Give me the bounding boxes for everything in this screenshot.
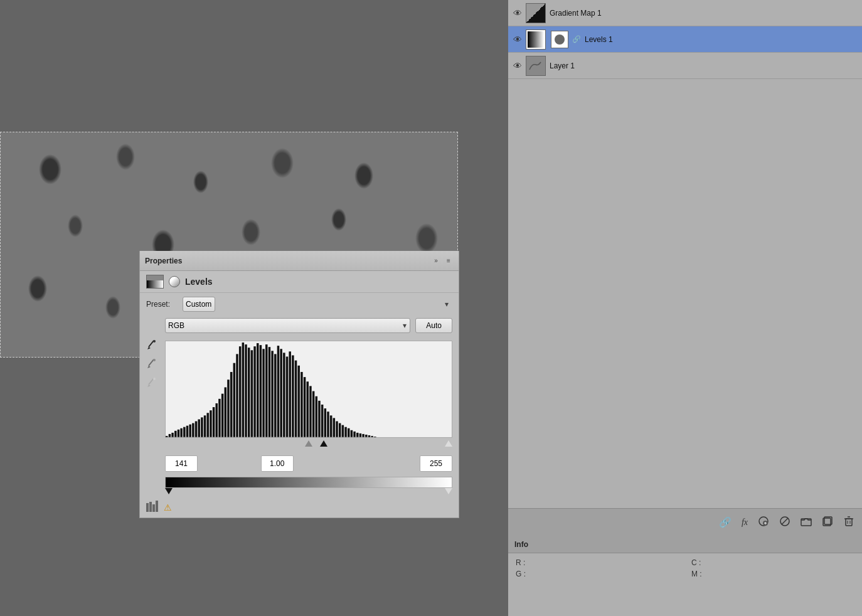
properties-title: Properties: [145, 257, 428, 265]
svg-rect-31: [230, 372, 233, 437]
svg-point-5: [153, 359, 156, 361]
output-gradient-bar: [165, 477, 452, 488]
white-input-slider[interactable]: [445, 440, 452, 447]
black-level-input[interactable]: 141: [165, 455, 198, 472]
svg-rect-21: [201, 417, 203, 437]
eyedropper-tools: [145, 336, 159, 390]
svg-rect-53: [295, 361, 297, 437]
layer-chain-icon: 🔗: [572, 35, 581, 43]
properties-panel: Properties » ≡ Levels Preset: Custom RGB…: [139, 251, 459, 518]
svg-rect-17: [189, 425, 191, 437]
new-layer-icon[interactable]: [822, 516, 833, 529]
properties-header: Properties » ≡: [140, 251, 459, 271]
histogram-svg: [166, 341, 452, 437]
layers-panel: 👁 Gradient Map 1 👁 🔗 Levels 1 👁 Layer 1: [508, 0, 862, 533]
svg-rect-47: [277, 346, 280, 437]
svg-rect-60: [316, 396, 318, 437]
layer-item-levels[interactable]: 👁 🔗 Levels 1: [508, 26, 862, 53]
svg-rect-41: [260, 345, 262, 437]
bottom-row: ⚠: [140, 497, 459, 518]
svg-rect-51: [289, 351, 291, 437]
svg-rect-40: [257, 343, 259, 437]
m-label: M :: [691, 570, 854, 578]
levels-histogram-icon: [146, 275, 164, 289]
channel-select[interactable]: RGB: [165, 318, 410, 333]
black-input-slider[interactable]: [320, 440, 327, 447]
svg-rect-11: [171, 433, 174, 437]
svg-rect-15: [183, 427, 186, 437]
histogram-area: [165, 341, 452, 438]
output-white-slider[interactable]: [445, 488, 452, 494]
link-icon[interactable]: 🔗: [719, 516, 732, 528]
forward-btn[interactable]: »: [431, 256, 441, 266]
layer-name-levels: Levels 1: [585, 35, 857, 44]
slider-track: [165, 440, 452, 447]
levels-bar: Levels: [140, 271, 459, 293]
layer-item-gradient-map[interactable]: 👁 Gradient Map 1: [508, 0, 862, 26]
info-panel: Info R : C : G : M :: [508, 536, 862, 616]
new-fill-layer-icon[interactable]: [758, 516, 769, 529]
white-point-eyedropper[interactable]: [145, 376, 159, 390]
svg-point-110: [555, 35, 565, 45]
auto-button[interactable]: Auto: [415, 318, 452, 333]
svg-rect-84: [152, 504, 155, 512]
svg-rect-13: [178, 430, 180, 437]
preset-select-wrapper: Custom: [183, 297, 452, 312]
svg-rect-46: [274, 354, 277, 437]
channel-row: RGB Auto: [140, 316, 459, 336]
svg-rect-29: [225, 387, 227, 437]
svg-rect-35: [242, 343, 245, 437]
gray-point-eyedropper[interactable]: [145, 357, 159, 371]
svg-rect-64: [327, 412, 329, 437]
svg-rect-42: [262, 349, 265, 437]
svg-rect-111: [527, 57, 545, 75]
g-label: G :: [516, 570, 679, 578]
fx-icon[interactable]: fx: [742, 518, 748, 528]
svg-rect-52: [292, 355, 294, 437]
histogram-section: [140, 336, 459, 453]
preset-row: Preset: Custom: [140, 293, 459, 316]
svg-rect-74: [356, 433, 359, 437]
svg-rect-55: [301, 372, 303, 437]
layer-thumbnail-levels: [526, 29, 546, 50]
layer-visibility-icon-layer1[interactable]: 👁: [513, 61, 522, 71]
svg-rect-20: [198, 419, 200, 437]
svg-rect-54: [297, 366, 300, 437]
new-group-icon[interactable]: [801, 516, 812, 529]
svg-rect-34: [239, 346, 242, 437]
delete-layer-icon[interactable]: [843, 516, 854, 529]
svg-point-8: [153, 378, 156, 380]
svg-rect-70: [344, 427, 347, 437]
output-black-slider[interactable]: [165, 488, 173, 494]
layer-visibility-icon-levels[interactable]: 👁: [513, 35, 522, 45]
white-level-input[interactable]: 255: [420, 455, 452, 472]
svg-rect-71: [348, 428, 350, 437]
preset-select[interactable]: Custom: [183, 297, 215, 312]
svg-rect-45: [271, 351, 274, 437]
midpoint-input-slider[interactable]: [305, 440, 312, 447]
layer-mask-thumbnail: [551, 31, 568, 48]
midpoint-level-input[interactable]: 1.00: [261, 455, 294, 472]
svg-rect-36: [245, 344, 247, 437]
layer-item-layer1[interactable]: 👁 Layer 1: [508, 53, 862, 79]
layer-thumbnail-layer1: [526, 56, 546, 76]
svg-rect-18: [192, 423, 194, 437]
output-slider-row: [165, 488, 452, 497]
svg-rect-23: [206, 413, 209, 437]
svg-rect-38: [251, 350, 253, 437]
no-icon[interactable]: [779, 516, 790, 529]
black-point-eyedropper[interactable]: [145, 338, 159, 352]
svg-rect-16: [186, 426, 189, 437]
svg-point-2: [153, 340, 156, 343]
svg-rect-82: [146, 503, 149, 512]
svg-line-6: [149, 378, 154, 385]
channel-select-wrapper: RGB: [165, 318, 410, 333]
menu-btn[interactable]: ≡: [444, 256, 454, 266]
levels-label: Levels: [185, 277, 213, 287]
adjustment-circle-icon: [169, 276, 180, 287]
svg-line-0: [149, 341, 154, 347]
svg-rect-72: [351, 430, 353, 437]
svg-rect-39: [253, 346, 256, 437]
info-body: R : C : G : M :: [508, 553, 862, 583]
layer-visibility-icon-gradient[interactable]: 👁: [513, 8, 522, 18]
